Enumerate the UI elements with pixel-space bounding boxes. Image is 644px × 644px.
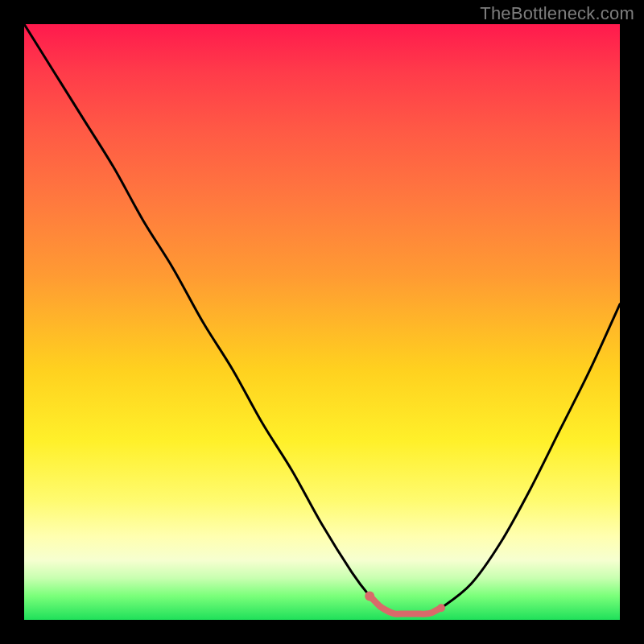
watermark-text: TheBottleneck.com [480,3,634,24]
bottleneck-curve [24,24,620,614]
chart-svg-overlay [24,24,620,620]
sweet-spot-band [369,596,441,613]
chart-plot-area [24,24,620,620]
curve-line [24,24,620,614]
sweet-spot-start-marker [365,591,374,601]
sweet-spot-end-marker [437,604,445,612]
sweet-spot-highlight [365,591,445,613]
chart-frame: TheBottleneck.com [0,0,644,644]
